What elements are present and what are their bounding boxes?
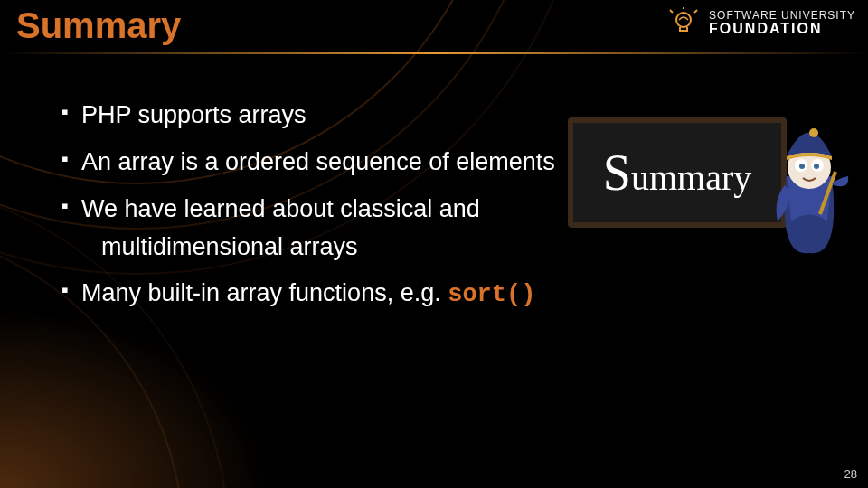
chalkboard-image: Summary bbox=[568, 117, 787, 228]
bullet-text: We have learned about classical and bbox=[81, 195, 480, 222]
page-title: Summary bbox=[16, 5, 181, 46]
bullet-text: PHP supports arrays bbox=[81, 101, 307, 128]
brand-line-2: FOUNDATION bbox=[709, 22, 855, 37]
brand-text: SOFTWARE UNIVERSITY FOUNDATION bbox=[709, 10, 855, 36]
lightbulb-icon bbox=[667, 7, 700, 40]
bullet-item: We have learned about classical and mult… bbox=[61, 191, 579, 267]
bullet-item: Many built-in array functions, e.g. sort… bbox=[61, 275, 579, 314]
brand-logo: SOFTWARE UNIVERSITY FOUNDATION bbox=[667, 7, 855, 40]
title-rule bbox=[0, 52, 868, 54]
bullet-text: Many built-in array functions, e.g. bbox=[81, 279, 448, 306]
svg-point-6 bbox=[795, 159, 807, 172]
svg-point-5 bbox=[788, 145, 831, 189]
page-number: 28 bbox=[844, 467, 857, 481]
svg-point-8 bbox=[799, 164, 805, 169]
bullet-item: An array is a ordered sequence of elemen… bbox=[61, 144, 579, 182]
svg-point-9 bbox=[814, 164, 819, 169]
decorative-glow bbox=[0, 307, 271, 488]
chalkboard-text: Summary bbox=[603, 144, 751, 202]
bullet-item: PHP supports arrays bbox=[61, 97, 579, 135]
svg-point-0 bbox=[676, 13, 691, 27]
svg-line-3 bbox=[694, 10, 697, 13]
svg-point-4 bbox=[782, 241, 836, 256]
slide: Summary SOFTWARE UNIVERSITY FOUNDATION P… bbox=[0, 0, 868, 488]
brand-line-1: SOFTWARE UNIVERSITY bbox=[709, 10, 855, 22]
svg-rect-11 bbox=[818, 171, 837, 214]
code-token: sort() bbox=[448, 281, 535, 308]
svg-point-7 bbox=[811, 159, 824, 172]
svg-line-2 bbox=[670, 10, 673, 13]
bullet-list: PHP supports arrays An array is a ordere… bbox=[25, 97, 579, 324]
bullet-text: An array is a ordered sequence of elemen… bbox=[81, 148, 555, 175]
bullet-continuation: multidimensional arrays bbox=[81, 229, 579, 267]
svg-point-10 bbox=[809, 128, 818, 137]
